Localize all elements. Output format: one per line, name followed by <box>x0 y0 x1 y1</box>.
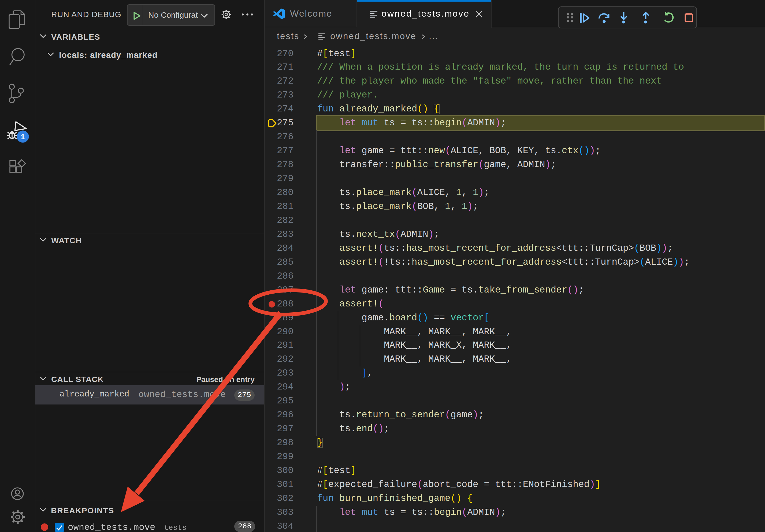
svg-text:1: 1 <box>21 133 25 141</box>
